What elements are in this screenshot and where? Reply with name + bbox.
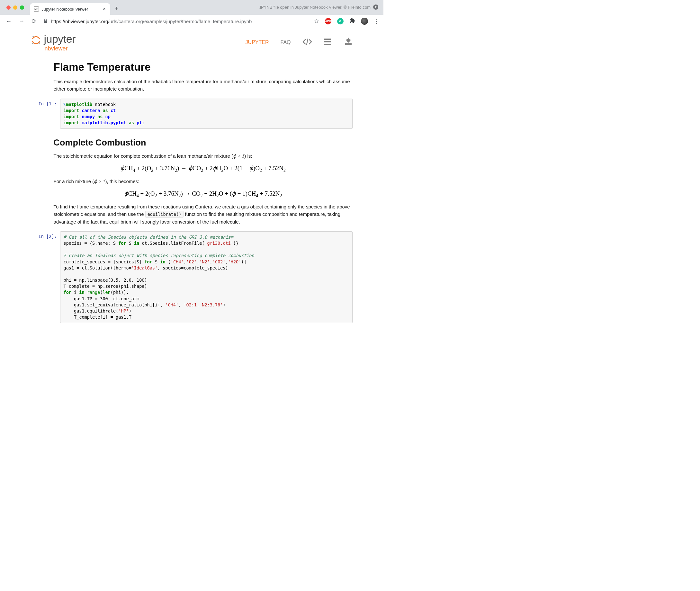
code-token: for: [118, 241, 126, 246]
code-token: ,: [210, 259, 213, 264]
code-token: len: [103, 290, 110, 295]
nav-faq-link[interactable]: FAQ: [280, 40, 291, 45]
nav-jupyter-link[interactable]: JUPYTER: [245, 40, 269, 45]
code-token: )}: [233, 241, 238, 246]
code-token: for: [64, 290, 71, 295]
svg-rect-5: [324, 41, 331, 43]
logo-jupyter-text: jupyter: [44, 34, 76, 44]
code-token: complete_species = [species[S]: [64, 259, 144, 264]
titlebar: NB Jupyter Notebook Viewer × + .IPYNB fi…: [0, 0, 384, 15]
caption-text: .IPYNB file open in Jupyter Notebook Vie…: [259, 5, 370, 10]
code-token: )]: [241, 259, 246, 264]
svg-rect-7: [324, 44, 331, 45]
code-token: import: [64, 120, 79, 125]
code-token: in: [134, 241, 139, 246]
code-token: 'IdealGas': [131, 265, 158, 270]
code-token: [84, 290, 87, 295]
text: ) is:: [244, 153, 252, 159]
logo[interactable]: jupyter nbviewer: [31, 34, 76, 51]
notebook-body: Flame Temperature This example demonstra…: [54, 61, 353, 323]
download-icon[interactable]: [344, 38, 353, 47]
text: For a rich mixture (: [54, 179, 94, 184]
url-text: https://nbviewer.jupyter.org/urls/canter…: [51, 19, 252, 24]
adblock-extension-icon[interactable]: ABP: [325, 18, 331, 24]
page-container: jupyter nbviewer JUPYTER FAQ Flame Tempe: [15, 27, 369, 324]
code-token: ): [129, 308, 131, 314]
code-comment: # Create an IdealGas object with species…: [64, 253, 254, 258]
tab-title: Jupyter Notebook Viewer: [42, 7, 100, 12]
cell-code[interactable]: # Get all of the Species objects defined…: [60, 231, 353, 323]
code-token: 'O2': [186, 259, 197, 264]
extensions-icon[interactable]: [349, 18, 355, 25]
maximize-window-button[interactable]: [20, 5, 24, 10]
equation: ϕCH4 + 2(O2 + 3.76N2) → CO2 + 2H2O + (ϕ …: [54, 190, 353, 198]
equation: ϕCH4 + 2(O2 + 3.76N2) → ϕCO2 + 2ϕH2O + 2…: [54, 165, 353, 173]
code-token: gas1.TP = 300, ct.one_atm: [64, 296, 139, 301]
code-token: np: [105, 114, 111, 119]
inline-code: equilibrate(): [145, 211, 184, 218]
code-token: notebook: [92, 102, 116, 107]
page-viewport[interactable]: jupyter nbviewer JUPYTER FAQ Flame Tempe: [0, 27, 384, 324]
code-token: gas1.equilibrate(: [64, 308, 119, 314]
code-token: ,: [226, 259, 228, 264]
code-token: numpy: [82, 114, 95, 119]
code-token: cantera: [82, 108, 100, 113]
code-token: gas1.set_equivalence_ratio(phi[i],: [64, 302, 166, 307]
header-nav: JUPYTER FAQ: [245, 38, 353, 47]
reload-button[interactable]: ⟳: [30, 16, 38, 26]
code-token: 'O2:1, N2:3.76': [183, 302, 223, 307]
cell-code[interactable]: %matplotlib notebook import cantera as c…: [60, 98, 353, 129]
svg-rect-4: [332, 39, 332, 40]
code-token: ct.Species.listFromFile(: [139, 241, 205, 246]
minimize-window-button[interactable]: [13, 5, 17, 10]
forward-button[interactable]: →: [17, 17, 26, 26]
code-token: T_complete[i] = gas1.T: [64, 315, 131, 320]
code-token: 'H2O': [228, 259, 241, 264]
code-token: ,: [183, 259, 186, 264]
view-code-icon[interactable]: [302, 38, 312, 47]
paragraph: To find the flame temperature resulting …: [54, 203, 353, 225]
grammarly-extension-icon[interactable]: G: [337, 18, 344, 24]
back-button[interactable]: ←: [4, 17, 13, 26]
code-token: i: [71, 290, 79, 295]
code-token: as: [129, 120, 134, 125]
new-tab-button[interactable]: +: [115, 5, 119, 12]
window-controls: [6, 5, 24, 10]
code-token: 'CH4': [171, 259, 184, 264]
caption-dropdown-icon[interactable]: ▼: [373, 4, 378, 10]
math-inline: ϕ < 1: [233, 153, 244, 159]
chrome-menu-icon[interactable]: ⋮: [374, 18, 380, 25]
code-token: (: [166, 259, 171, 264]
code-token: as: [97, 114, 103, 119]
code-token: import: [64, 114, 79, 119]
section-heading: Complete Combustion: [54, 138, 353, 148]
browser-tab[interactable]: NB Jupyter Notebook Viewer ×: [30, 3, 110, 15]
jupyter-logo-icon: [31, 35, 41, 45]
execute-binder-icon[interactable]: [324, 38, 333, 47]
profile-avatar[interactable]: [361, 18, 368, 25]
code-cell-1: In [1]: %matplotlib notebook import cant…: [31, 98, 353, 129]
code-token: matplotlib: [66, 102, 92, 107]
toolbar-actions: ☆ ABP G ⋮: [314, 18, 380, 25]
logo-nbviewer-text: nbviewer: [45, 46, 76, 51]
cell-prompt: In [1]:: [31, 98, 60, 106]
code-token: ,: [178, 302, 183, 307]
code-token: (phi)):: [111, 290, 129, 295]
url-path: /urls/cantera.org/examples/jupyter/therm…: [108, 19, 252, 24]
close-window-button[interactable]: [6, 5, 11, 10]
tab-favicon: NB: [34, 6, 39, 12]
bookmark-star-icon[interactable]: ☆: [314, 18, 319, 25]
code-token: 'N2': [199, 259, 210, 264]
code-token: species = {S.name: S: [64, 241, 119, 246]
code-token: as: [103, 108, 108, 113]
tab-close-button[interactable]: ×: [102, 6, 106, 12]
code-token: range: [87, 290, 100, 295]
address-bar[interactable]: https://nbviewer.jupyter.org/urls/canter…: [42, 19, 311, 24]
cell-prompt: In [2]:: [31, 231, 60, 239]
nbviewer-header: jupyter nbviewer JUPYTER FAQ: [31, 34, 353, 51]
paragraph: The stoichiometric equation for complete…: [54, 152, 353, 160]
intro-paragraph: This example demonstrates calculation of…: [54, 78, 353, 93]
math-inline: ϕ > 1: [94, 179, 105, 184]
code-token: 'gri30.cti': [205, 241, 233, 246]
code-token: 'HP': [118, 308, 129, 314]
